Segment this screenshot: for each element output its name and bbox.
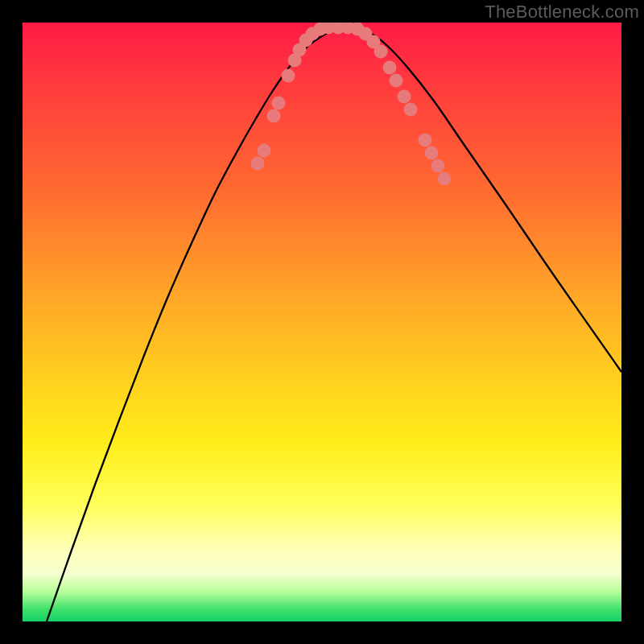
data-dot xyxy=(272,97,286,110)
watermark-text: TheBottleneck.com xyxy=(485,2,639,23)
data-dot xyxy=(390,74,403,88)
data-dot xyxy=(258,144,271,158)
data-dot xyxy=(383,61,397,75)
data-dot xyxy=(431,159,445,173)
data-dot xyxy=(404,103,418,117)
chart-svg xyxy=(23,23,621,621)
data-dot xyxy=(438,172,452,186)
data-dot xyxy=(419,134,432,147)
data-dot xyxy=(282,69,295,83)
chart-frame: TheBottleneck.com xyxy=(0,0,644,644)
data-dot xyxy=(398,90,411,104)
data-dot xyxy=(267,109,281,123)
data-dot xyxy=(374,45,388,59)
data-dot xyxy=(425,147,439,160)
data-dots xyxy=(251,23,452,186)
bottleneck-curve xyxy=(47,27,621,621)
plot-area xyxy=(23,23,621,621)
data-dot xyxy=(251,157,265,171)
